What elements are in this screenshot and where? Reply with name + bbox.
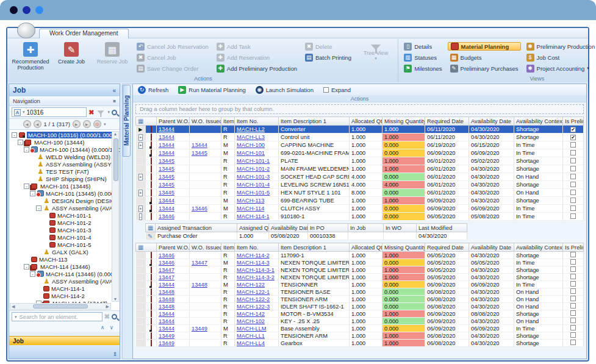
column-chooser-icon[interactable]: ▦ <box>148 224 153 231</box>
item-no-link[interactable]: MACH-101-1 <box>237 158 270 164</box>
parent-wo-link[interactable]: 13447 <box>159 267 174 273</box>
table-row[interactable]: +13445RMACH-101-3SOCKET HEAD CAP SCREW..… <box>136 173 584 181</box>
row-indicator[interactable] <box>136 157 146 165</box>
column-header-w-o-issued[interactable]: W.O. Issued <box>190 117 221 126</box>
pin-icon[interactable]: ■ <box>113 98 116 104</box>
tree-item[interactable]: -MACH-100 (13444) <box>10 138 111 146</box>
tree-item[interactable]: ♟TES TEST (FAT) <box>10 168 111 175</box>
item-no-link[interactable]: MACH-101-3 <box>237 174 270 180</box>
tree-item[interactable]: ♟DESIGN Design (DESIG <box>10 197 111 204</box>
column-header-missing-quantity[interactable]: Missing Quantity <box>382 117 425 126</box>
parent-wo-link[interactable]: 13448 <box>159 296 174 302</box>
wo-issued-link[interactable]: 13444 <box>192 142 207 148</box>
preliminary-checkbox[interactable] <box>570 266 576 272</box>
table-row[interactable]: 1344413448MMACH-122TENSIONNER1.0000.0000… <box>136 281 584 288</box>
preliminary-checkbox[interactable] <box>570 310 576 316</box>
group-by-bar[interactable]: Drag a column header here to group by th… <box>135 104 584 114</box>
tree-horizontal-scrollbar[interactable]: ◀▶ <box>10 303 111 310</box>
table-row[interactable]: 13449RMACH-LL4Gearbox1.0001.00006/08/202… <box>136 340 584 347</box>
column-chooser-icon[interactable]: ▦ <box>138 244 143 251</box>
tree-item[interactable]: ♟SHIP Shipping (SHIPN) <box>10 175 111 182</box>
job-search-input[interactable]: A ▾ 10316 <box>12 107 87 117</box>
tree-item[interactable]: MACH-101-4 <box>10 234 111 241</box>
table-row[interactable]: 13444RMACH-102KEY - .25 X .251.0000.0000… <box>136 318 584 325</box>
row-indicator[interactable] <box>136 181 146 189</box>
preliminary-checkbox[interactable] <box>570 303 576 309</box>
row-indicator[interactable] <box>136 325 146 332</box>
parent-wo-link[interactable]: 13448 <box>159 289 174 295</box>
filter-icon[interactable] <box>98 110 104 114</box>
item-no-link[interactable]: MACH-122-2 <box>237 296 270 302</box>
row-expander-icon[interactable]: + <box>138 190 143 196</box>
column-header-assigned-transaction[interactable]: Assigned Transaction <box>156 224 237 232</box>
preliminary-checkbox[interactable] <box>570 296 576 301</box>
preliminary-checkbox[interactable] <box>570 150 576 155</box>
parent-wo-link[interactable]: 13445 <box>159 166 174 172</box>
wo-issued-link[interactable]: 13448 <box>192 282 207 288</box>
parent-wo-link[interactable]: 13444 <box>159 326 174 332</box>
refresh-button[interactable]: ↻Refresh <box>138 86 168 94</box>
column-chooser-icon[interactable]: ▦ <box>138 118 143 124</box>
column-chooser-header[interactable]: ▦ <box>136 243 157 252</box>
panel-splitter[interactable]: ········ <box>9 332 120 336</box>
column-header-item-description-1[interactable]: Item Description 1 <box>279 243 350 252</box>
last-record-button[interactable]: ▶ <box>83 120 91 128</box>
find-record-icon[interactable]: ◎ <box>93 120 101 128</box>
column-header-availability-contex[interactable]: Availability Contex <box>514 117 563 126</box>
tree-item[interactable]: -♟ASSY Assembling (AVA <box>10 204 111 212</box>
column-chooser-header[interactable]: ▦ <box>136 117 157 126</box>
parent-wo-link[interactable]: 13449 <box>159 333 174 339</box>
table-row[interactable]: 13447RMACH-114-3-1NEXEN TORQUE LIMITER M… <box>136 266 584 274</box>
column-header-w-o-issued[interactable]: W.O. Issued <box>190 243 221 252</box>
tree-expander-icon[interactable]: - <box>24 184 29 189</box>
tree-view-button[interactable]: Tree View▾ <box>357 40 395 74</box>
item-no-link[interactable]: MACH-LLM <box>237 326 267 332</box>
row-indicator[interactable] <box>136 281 146 288</box>
table-row[interactable]: 13445RMACH-101-2MAIN FRAME WELDEMENT1.00… <box>136 165 584 173</box>
row-indicator[interactable] <box>136 296 146 303</box>
row-indicator[interactable]: + <box>136 189 146 197</box>
column-header-parent-w-o[interactable]: Parent W.O. <box>157 117 190 126</box>
collapse-sidebar-icon[interactable]: « <box>112 87 116 94</box>
row-indicator[interactable]: + <box>136 141 146 149</box>
column-header-availability-contex[interactable]: Availability Contex <box>514 243 563 252</box>
item-no-link[interactable]: MACH-114-1 <box>237 213 270 219</box>
parent-wo-link[interactable]: 13446 <box>159 260 174 266</box>
recommended-production-button[interactable]: ✚Recommended Production <box>12 40 49 74</box>
column-header-in-job[interactable]: In Job <box>348 224 384 232</box>
tree-item[interactable]: ♟WELD Welding (WELD3) <box>10 153 111 160</box>
clear-search-icon[interactable]: ✖ <box>88 109 94 116</box>
create-job-button[interactable]: ✎Create Job <box>52 40 90 74</box>
preliminary-checkbox[interactable] <box>570 166 576 171</box>
item-no-link[interactable]: MACH-114-2 <box>237 252 270 259</box>
column-header-required-date[interactable]: Required Date <box>425 243 469 252</box>
parent-wo-link[interactable]: 13446 <box>159 252 174 259</box>
tree-item[interactable]: -MACH-114 (13446) (0.000/ <box>10 270 111 277</box>
preliminary-checkbox[interactable] <box>570 281 576 287</box>
tree-item[interactable]: MACH-101-1 <box>10 212 111 219</box>
preliminary-checkbox[interactable]: ✔ <box>570 127 576 132</box>
preliminary-purchases-button[interactable]: ✎Preliminary Purchases <box>448 64 521 73</box>
item-no-link[interactable]: MACH-122-3 <box>237 304 270 310</box>
next-record-button[interactable]: ▶ <box>73 120 81 128</box>
row-indicator[interactable] <box>136 318 146 325</box>
item-no-link[interactable]: MACH-114-3-2 <box>237 274 275 280</box>
row-indicator[interactable]: + <box>136 173 146 181</box>
row-indicator[interactable]: + <box>136 134 146 141</box>
item-no-link[interactable]: MACH-122 <box>237 282 265 288</box>
item-no-link[interactable]: MACH-101-5 <box>237 190 270 196</box>
column-header-availability-date[interactable]: Availability Date <box>469 117 514 126</box>
window-dot-1[interactable] <box>10 6 18 14</box>
column-header-allocated-qty[interactable]: Allocated Qty <box>350 243 382 252</box>
wo-issued-link[interactable]: 13445 <box>192 150 207 156</box>
add-task-button[interactable]: ✚Add Task <box>214 42 300 51</box>
preliminary-checkbox[interactable] <box>570 288 576 294</box>
tree-expander-icon[interactable]: - <box>30 191 35 196</box>
preliminary-checkbox[interactable] <box>570 174 576 179</box>
table-row[interactable]: 13444MMACH-113699-BEARING TUBE1.0001.000… <box>136 197 584 205</box>
preliminary-checkbox[interactable] <box>570 190 576 195</box>
wo-issued-link[interactable]: 13446 <box>192 205 207 212</box>
row-indicator[interactable] <box>136 259 146 266</box>
table-row[interactable]: ▶13444RMACH-LL2Converter1.0001.00006/11/… <box>136 126 584 134</box>
parent-wo-link[interactable]: 13447 <box>159 274 174 280</box>
